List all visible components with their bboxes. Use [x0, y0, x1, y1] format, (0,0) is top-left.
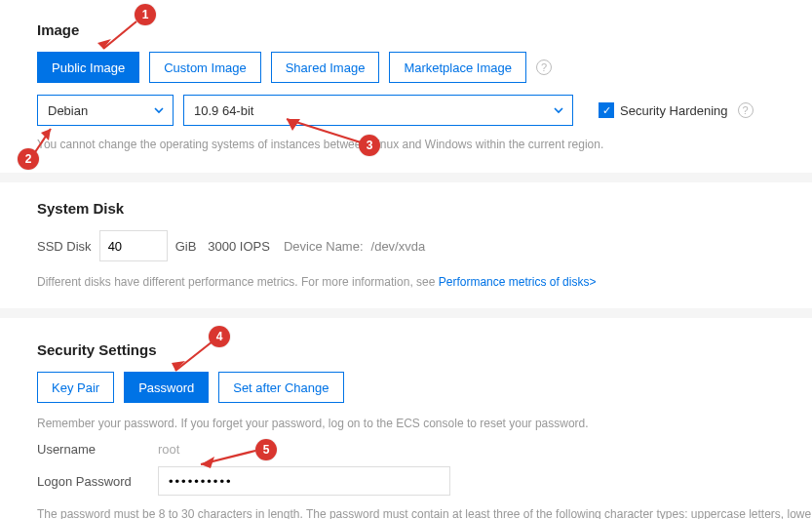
- security-hardening-option: ✓ Security Hardening ?: [599, 102, 754, 118]
- disk-iops: 3000 IOPS: [208, 239, 270, 254]
- password-label: Logon Password: [37, 474, 144, 489]
- annotation-badge-5: 5: [255, 439, 277, 460]
- username-row: Username root: [37, 442, 781, 457]
- remember-note: Remember your password. If you forget yo…: [37, 415, 781, 432]
- tab-shared-image[interactable]: Shared Image: [271, 52, 380, 83]
- password-rule-note: The password must be 8 to 30 characters …: [37, 505, 781, 519]
- password-row: Logon Password: [37, 466, 781, 496]
- security-hardening-label: Security Hardening: [620, 103, 728, 118]
- tab-key-pair[interactable]: Key Pair: [37, 372, 114, 403]
- os-select-value: Debian: [48, 103, 88, 118]
- disk-config-row: SSD Disk GiB 3000 IOPS Device Name: /dev…: [37, 230, 781, 261]
- annotation-badge-3: 3: [359, 135, 380, 156]
- security-tabs: Key Pair Password Set after Change: [37, 372, 781, 403]
- image-note: You cannot change the operating systems …: [37, 136, 781, 153]
- image-select-row: Debian 10.9 64-bit ✓ Security Hardening …: [37, 95, 781, 126]
- image-panel: Image Public Image Custom Image Shared I…: [0, 0, 812, 173]
- disk-unit: GiB: [175, 239, 197, 254]
- annotation-badge-4: 4: [209, 326, 230, 347]
- performance-metrics-link[interactable]: Performance metrics of disks>: [439, 275, 597, 289]
- username-value: root: [158, 442, 179, 457]
- disk-size-input[interactable]: [99, 230, 168, 261]
- chevron-down-icon: [553, 104, 564, 116]
- disk-type: SSD Disk: [37, 239, 92, 254]
- os-select[interactable]: Debian: [37, 95, 174, 126]
- tab-password[interactable]: Password: [124, 372, 209, 403]
- help-icon: ?: [738, 102, 754, 118]
- device-name-label: Device Name:: [284, 239, 364, 254]
- security-panel: Security Settings Key Pair Password Set …: [0, 318, 812, 519]
- version-select[interactable]: 10.9 64-bit: [183, 95, 573, 126]
- password-input[interactable]: [158, 466, 450, 496]
- annotation-badge-2: 2: [18, 148, 39, 170]
- system-disk-title: System Disk: [37, 200, 781, 217]
- disk-note-text: Different disks have different performan…: [37, 275, 439, 289]
- device-name-value: /dev/xvda: [371, 239, 426, 254]
- security-title: Security Settings: [37, 341, 781, 358]
- tab-custom-image[interactable]: Custom Image: [149, 52, 261, 83]
- tab-marketplace-image[interactable]: Marketplace Image: [389, 52, 526, 83]
- annotation-badge-1: 1: [135, 4, 156, 25]
- tab-public-image[interactable]: Public Image: [37, 52, 139, 83]
- help-icon: ?: [536, 60, 552, 75]
- chevron-down-icon: [153, 104, 165, 116]
- disk-note: Different disks have different performan…: [37, 273, 781, 291]
- tab-set-after-change[interactable]: Set after Change: [218, 372, 343, 403]
- version-select-value: 10.9 64-bit: [194, 103, 253, 118]
- system-disk-panel: System Disk SSD Disk GiB 3000 IOPS Devic…: [0, 182, 812, 308]
- security-hardening-checkbox[interactable]: ✓: [599, 102, 614, 118]
- image-tabs: Public Image Custom Image Shared Image M…: [37, 52, 781, 83]
- username-label: Username: [37, 442, 144, 457]
